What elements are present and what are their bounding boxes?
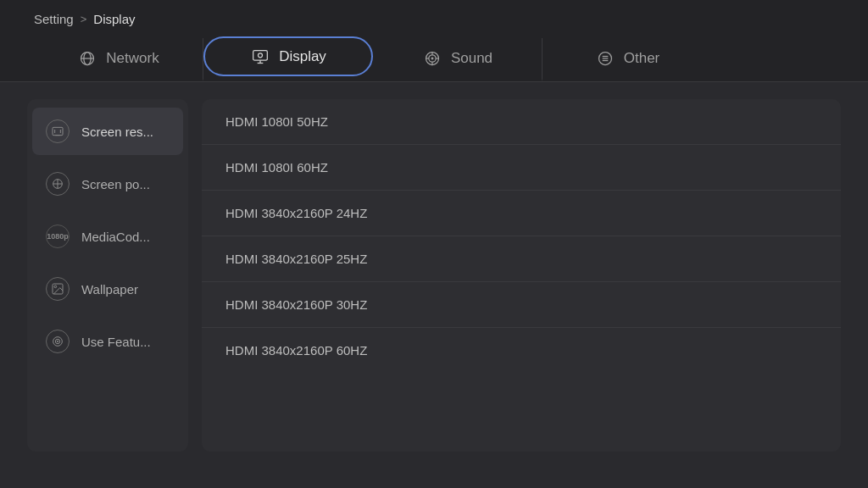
- sidebar-item-screen-res[interactable]: Screen res...: [32, 108, 183, 155]
- mediacode-icon: 1080p: [46, 225, 70, 248]
- network-icon: [77, 48, 97, 69]
- main-content: Screen res... Screen po... 1080p MediaCo…: [0, 82, 868, 469]
- tab-network-label: Network: [106, 50, 159, 67]
- svg-point-29: [57, 341, 58, 341]
- tab-sound-label: Sound: [451, 50, 492, 67]
- tab-display-label: Display: [279, 48, 326, 65]
- breadcrumb-arrow: >: [81, 13, 87, 25]
- sidebar-item-use-featu[interactable]: Use Featu...: [32, 318, 183, 365]
- other-icon: [595, 48, 615, 69]
- breadcrumb: Setting > Display: [34, 12, 834, 26]
- resolution-item-hdmi-4k-60[interactable]: HDMI 3840x2160P 60HZ: [202, 328, 841, 373]
- screen-po-icon: [46, 172, 70, 196]
- resolution-item-hdmi-1080i-60[interactable]: HDMI 1080I 60HZ: [202, 145, 841, 191]
- resolution-item-hdmi-4k-30[interactable]: HDMI 3840x2160P 30HZ: [202, 282, 841, 328]
- display-icon: [250, 47, 270, 67]
- tab-other-label: Other: [624, 50, 660, 67]
- tab-sound[interactable]: Sound: [373, 38, 542, 81]
- tab-display[interactable]: Display: [203, 36, 373, 76]
- sidebar-item-mediacode[interactable]: 1080p MediaCod...: [32, 213, 183, 260]
- header: Setting > Display Network: [0, 0, 868, 81]
- sound-icon: [422, 48, 442, 69]
- svg-rect-18: [53, 127, 63, 135]
- tab-other[interactable]: Other: [542, 38, 712, 81]
- svg-point-26: [54, 286, 57, 288]
- breadcrumb-current: Display: [93, 12, 135, 26]
- sidebar-item-mediacode-label: MediaCod...: [81, 230, 150, 244]
- tab-network[interactable]: Network: [34, 38, 203, 81]
- sidebar-item-wallpaper[interactable]: Wallpaper: [32, 265, 183, 313]
- sidebar-item-screen-po[interactable]: Screen po...: [32, 160, 183, 208]
- resolution-panel: HDMI 1080I 50HZ HDMI 1080I 60HZ HDMI 384…: [202, 99, 841, 452]
- sidebar-item-use-featu-label: Use Featu...: [81, 335, 151, 349]
- wallpaper-icon: [46, 277, 70, 301]
- sidebar: Screen res... Screen po... 1080p MediaCo…: [27, 99, 188, 452]
- svg-point-9: [431, 58, 433, 59]
- tab-bar: Network Display: [34, 38, 834, 81]
- resolution-item-hdmi-4k-24[interactable]: HDMI 3840x2160P 24HZ: [202, 191, 841, 236]
- svg-rect-3: [253, 50, 268, 60]
- sidebar-item-screen-po-label: Screen po...: [81, 177, 150, 191]
- use-featu-icon: [46, 330, 70, 353]
- resolution-item-hdmi-4k-25[interactable]: HDMI 3840x2160P 25HZ: [202, 236, 841, 282]
- svg-point-4: [259, 53, 263, 57]
- screen-res-icon: [46, 119, 70, 143]
- sidebar-item-wallpaper-label: Wallpaper: [81, 282, 138, 297]
- resolution-item-hdmi-1080i-50[interactable]: HDMI 1080I 50HZ: [202, 99, 841, 145]
- sidebar-item-screen-res-label: Screen res...: [81, 125, 153, 139]
- breadcrumb-setting: Setting: [34, 12, 74, 26]
